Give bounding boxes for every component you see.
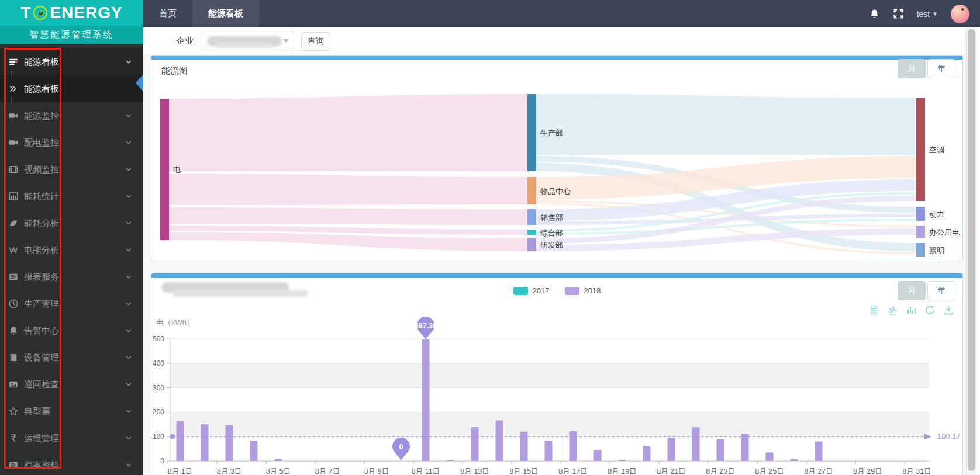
bar-8月 22日[interactable] — [692, 427, 700, 461]
chevron-down-icon — [125, 434, 133, 442]
book-icon — [8, 352, 19, 363]
logo-text-energy: ENERGY — [50, 4, 122, 22]
sidebar-item-6[interactable]: 电能分析 — [0, 237, 143, 263]
query-button[interactable]: 查询 — [301, 32, 330, 51]
bell-icon[interactable] — [869, 8, 880, 19]
bar-8月 13日[interactable] — [471, 427, 479, 461]
bar-8月 3日[interactable] — [226, 425, 233, 461]
sidebar: T ENERGY 智慧能源管理系统 能源看板能源看板能源监控配电监控视频监控能耗… — [0, 0, 143, 475]
chevron-down-icon — [125, 58, 133, 66]
svg-text:8月 13日: 8月 13日 — [460, 467, 489, 475]
avatar[interactable] — [951, 5, 969, 23]
bar-8月 5日[interactable] — [275, 459, 282, 461]
bar-8月 14日[interactable] — [496, 421, 503, 461]
legend-2017[interactable]: 2017 — [513, 286, 550, 295]
svg-text:497.36: 497.36 — [415, 322, 437, 330]
bar-8月 27日[interactable] — [815, 442, 823, 461]
fullscreen-icon[interactable] — [893, 8, 904, 19]
sankey-node-label: 照明 — [929, 246, 944, 255]
bar-8月 1日[interactable] — [177, 421, 184, 461]
energy-flow-title: 能流图 — [161, 65, 188, 77]
bar-8月 26日[interactable] — [791, 459, 798, 461]
report-icon — [8, 272, 19, 282]
sidebar-item-5[interactable]: 能耗分析 — [0, 210, 143, 237]
company-select[interactable] — [201, 32, 294, 51]
sankey-node-空调[interactable] — [916, 98, 925, 201]
sidebar-item-0[interactable]: 能源看板 — [0, 48, 143, 75]
scrollbar-thumb[interactable] — [968, 29, 975, 471]
sidebar-item-4[interactable]: 能耗统计 — [0, 183, 143, 210]
bar-8月 25日[interactable] — [766, 452, 774, 461]
sankey-node-办公用电[interactable] — [916, 226, 925, 238]
bar-8月 16日[interactable] — [545, 441, 553, 461]
sidebar-item-1[interactable]: 能源监控 — [0, 102, 143, 129]
sidebar-item-label: 典型票 — [24, 406, 125, 417]
sidebar-item-12[interactable]: 典型票 — [0, 398, 143, 425]
sidebar-item-14[interactable]: 档案资料 — [0, 452, 143, 475]
svg-text:500: 500 — [153, 335, 164, 343]
chevron-down-icon — [125, 380, 133, 389]
sankey-node-研发部[interactable] — [527, 238, 536, 251]
data-pin-497.36: 497.36 — [415, 317, 437, 339]
bar-8月 15日[interactable] — [520, 432, 528, 461]
legend-swatch-2018 — [565, 287, 579, 295]
sankey-link-生产部-空调[interactable] — [536, 94, 916, 155]
year-toggle-button[interactable]: 年 — [927, 59, 955, 78]
top-navbar: 首页 能源看板 test ▼ — [143, 0, 980, 27]
sankey-node-电[interactable] — [160, 99, 169, 240]
sidebar-item-label: 生产管理 — [24, 299, 125, 310]
daily-bar-chart: 0100200300400500电（kWh）8月 1日8月 3日8月 5日8月 … — [151, 297, 962, 475]
bar-8月 20日[interactable] — [643, 446, 651, 461]
page-scrollbar[interactable] — [966, 27, 976, 475]
sankey-link-电-生产部[interactable] — [169, 94, 527, 171]
bell-icon — [8, 325, 19, 336]
chevron-down-icon — [125, 165, 133, 174]
sankey-link-电-物品中心[interactable] — [169, 174, 527, 205]
sidebar-item-9[interactable]: 告警中心 — [0, 317, 143, 344]
clock-icon — [8, 299, 19, 309]
sidebar-item-label: 电能分析 — [24, 245, 125, 256]
sidebar-item-11[interactable]: 巡回检查 — [0, 371, 143, 398]
bar-8月 12日[interactable] — [447, 460, 454, 461]
svg-text:电（kWh）: 电（kWh） — [156, 318, 194, 327]
month-toggle-button[interactable]: 月 — [898, 59, 926, 78]
sankey-node-销售部[interactable] — [527, 209, 536, 225]
sidebar-item-2[interactable]: 配电监控 — [0, 129, 143, 156]
tab-energy-dashboard[interactable]: 能源看板 — [192, 0, 259, 27]
sidebar-subitem-label: 能源看板 — [24, 84, 59, 95]
bar-8月 11日[interactable] — [422, 339, 430, 461]
bar-8月 24日[interactable] — [741, 434, 749, 461]
bar-8月 18日[interactable] — [594, 450, 602, 461]
archive-icon — [8, 460, 19, 470]
bar-8月 21日[interactable] — [668, 438, 675, 461]
sankey-link-电-研发部[interactable] — [169, 232, 527, 251]
bar-8月 17日[interactable] — [570, 431, 577, 461]
bar-8月 19日[interactable] — [619, 460, 626, 461]
sankey-node-物品中心[interactable] — [527, 177, 536, 204]
sidebar-item-label: 档案资料 — [24, 460, 125, 471]
sankey-node-综合部[interactable] — [527, 230, 536, 235]
legend-2018[interactable]: 2018 — [565, 286, 601, 295]
svg-text:8月 25日: 8月 25日 — [755, 467, 784, 475]
sankey-link-电-销售部[interactable] — [169, 207, 527, 225]
panel-topbar — [151, 273, 962, 278]
bar-8月 2日[interactable] — [201, 424, 209, 461]
sidebar-item-8[interactable]: 生产管理 — [0, 290, 143, 317]
sankey-node-label: 办公用电 — [929, 228, 960, 237]
leaf-icon — [8, 218, 19, 228]
query-toolbar: 企业 查询 — [143, 27, 966, 56]
tab-home[interactable]: 首页 — [143, 0, 192, 27]
bar-8月 4日[interactable] — [250, 441, 258, 461]
sankey-node-照明[interactable] — [916, 243, 925, 257]
dashboard-icon — [8, 57, 19, 67]
sidebar-subitem-energy-dashboard[interactable]: 能源看板 — [0, 75, 143, 102]
sidebar-item-3[interactable]: 视频监控 — [0, 156, 143, 183]
bar-8月 23日[interactable] — [717, 439, 724, 461]
user-menu[interactable]: test ▼ — [917, 9, 938, 19]
sidebar-item-10[interactable]: 设备管理 — [0, 344, 143, 371]
sankey-node-生产部[interactable] — [527, 94, 536, 171]
svg-text:8月 27日: 8月 27日 — [804, 467, 833, 475]
sankey-node-动力[interactable] — [916, 207, 925, 221]
sidebar-item-7[interactable]: 报表服务 — [0, 263, 143, 290]
sidebar-item-13[interactable]: 运维管理 — [0, 425, 143, 452]
